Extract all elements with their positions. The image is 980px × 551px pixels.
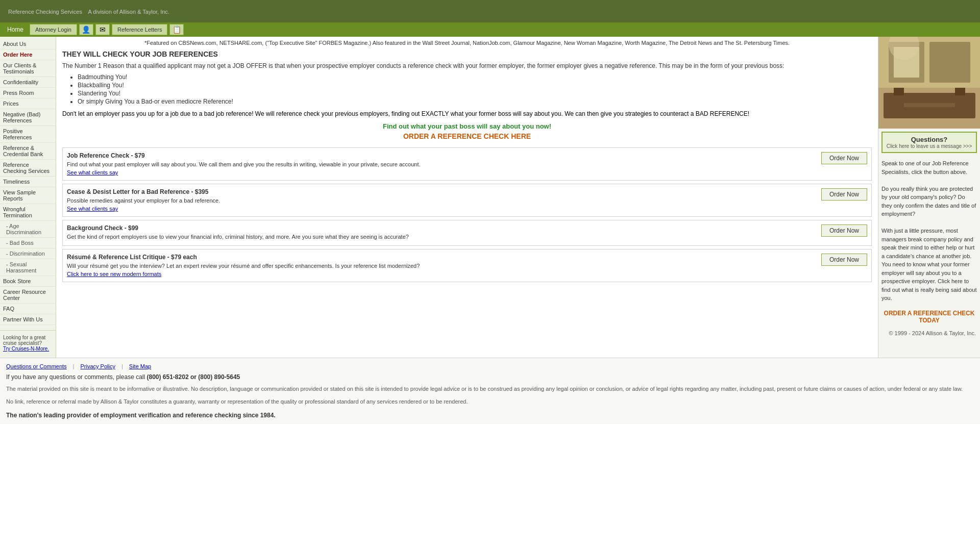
bullet-4: Or simply Giving You a Bad-or even medio… <box>78 98 872 105</box>
svg-rect-4 <box>929 42 970 83</box>
service-info-3: Background Check - $99 Get the kind of r… <box>67 224 811 241</box>
right-sidebar: Questions? Click here to leave us a mess… <box>878 37 980 358</box>
service-title-4: Résumé & Reference List Critique - $79 e… <box>67 254 811 261</box>
cruise-link[interactable]: Try Cruises-N-More. <box>3 346 49 352</box>
right-body-text: Do you really think you are protected by… <box>881 185 977 303</box>
nav-reference-letters[interactable]: Reference Letters <box>112 24 167 35</box>
nav-icon-1[interactable]: 👤 <box>79 24 93 35</box>
nav-icon-3[interactable]: 📋 <box>169 24 184 35</box>
sidebar-item-timeliness[interactable]: Timeliness <box>0 177 56 187</box>
room-illustration <box>878 37 980 129</box>
sidebar-item-order-here[interactable]: Order Here <box>0 49 56 60</box>
sidebar-item-ref-bank[interactable]: Reference & Credential Bank <box>0 143 56 160</box>
footer-link-sitemap[interactable]: Site Map <box>129 363 151 369</box>
order-btn-4[interactable]: Order Now <box>821 254 867 266</box>
order-btn-2[interactable]: Order Now <box>821 188 867 201</box>
sidebar-item-discrimination[interactable]: - Discrimination <box>0 248 56 259</box>
service-link-1[interactable]: See what clients say <box>67 169 118 176</box>
footer-phone: If you have any questions or comments, p… <box>6 373 974 381</box>
right-top-image <box>878 37 980 129</box>
header: Reference Checking Services A division o… <box>0 0 980 22</box>
service-title-3: Background Check - $99 <box>67 224 811 232</box>
footer-disclaimer: The material provided on this site is me… <box>6 385 974 393</box>
sidebar-item-about-us[interactable]: About Us <box>0 39 56 49</box>
footer-link-questions[interactable]: Questions or Comments <box>6 363 67 369</box>
service-desc-1: Find out what your past employer will sa… <box>67 161 811 167</box>
sidebar-item-prices[interactable]: Prices <box>0 98 56 109</box>
footer-link-privacy[interactable]: Privacy Policy <box>80 363 115 369</box>
service-link-2[interactable]: See what clients say <box>67 206 118 212</box>
sidebar-item-press-room[interactable]: Press Room <box>0 88 56 98</box>
bullet-2: Blackballing You! <box>78 82 872 89</box>
bullet-list: Badmouthing You! Blackballing You! Sland… <box>78 73 872 105</box>
nav-bar: Home Attorney Login 👤 ✉ Reference Letter… <box>0 22 980 37</box>
speak-text: Speak to one of our Job Reference Specia… <box>881 159 977 176</box>
service-desc-2: Possible remedies against your employer … <box>67 197 811 204</box>
nav-icon-2[interactable]: ✉ <box>95 24 110 35</box>
right-cta[interactable]: ORDER A REFERENCE CHECK TODAY <box>881 310 977 324</box>
service-info-2: Cease & Desist Letter for a Bad Referenc… <box>67 188 811 212</box>
service-info-4: Résumé & Reference List Critique - $79 e… <box>67 254 811 278</box>
sidebar-item-negative-ref[interactable]: Negative (Bad) References <box>0 109 56 126</box>
service-desc-4: Will your résumé get you the interview? … <box>67 263 811 269</box>
sidebar-item-clients[interactable]: Our Clients & Testimonials <box>0 60 56 77</box>
sidebar-item-wrongful[interactable]: Wrongful Termination <box>0 204 56 221</box>
service-link-4[interactable]: Click here to see new modern formats <box>67 271 161 277</box>
intro-text: The Number 1 Reason that a qualified app… <box>62 62 872 69</box>
footer-phone-number: (800) 651-8202 or (800) 890-5645 <box>147 373 240 381</box>
copyright: © 1999 - 2024 Allison & Taylor, Inc. <box>878 328 980 338</box>
footer-nation: The nation's leading provider of employm… <box>6 412 974 419</box>
sidebar-item-faq[interactable]: FAQ <box>0 304 56 314</box>
featured-text: *Featured on CBSNews.com, NETSHARE.com, … <box>62 40 872 46</box>
sidebar-item-positive-ref[interactable]: Positive References <box>0 126 56 143</box>
sidebar-item-partner[interactable]: Partner With Us <box>0 314 56 325</box>
nav-home[interactable]: Home <box>2 24 29 35</box>
sidebar-item-ref-check[interactable]: Reference Checking Services <box>0 160 56 177</box>
service-title-2: Cease & Desist Letter for a Bad Referenc… <box>67 188 811 195</box>
questions-sub: Click here to leave us a message >>> <box>886 143 973 149</box>
service-title-1: Job Reference Check - $79 <box>67 152 811 159</box>
service-row-2: Cease & Desist Letter for a Bad Referenc… <box>62 184 872 217</box>
nav-attorney-login[interactable]: Attorney Login <box>30 24 77 35</box>
page-heading: THEY WILL CHECK YOUR JOB REFERENCES <box>62 50 872 58</box>
service-row-1: Job Reference Check - $79 Find out what … <box>62 147 872 181</box>
sidebar-item-sexual-harassment[interactable]: - Sexual Harassment <box>0 259 56 276</box>
service-desc-3: Get the kind of report employers use to … <box>67 234 811 240</box>
sidebar-item-career-center[interactable]: Career Resource Center <box>0 287 56 304</box>
questions-title: Questions? <box>886 136 973 143</box>
bullet-1: Badmouthing You! <box>78 73 872 81</box>
cta-orange[interactable]: ORDER A REFERENCE CHECK HERE <box>62 132 872 140</box>
cta-green: Find out what your past boss will say ab… <box>62 122 872 130</box>
footer-links: Questions or Comments | Privacy Policy |… <box>6 363 974 369</box>
main-content: *Featured on CBSNews.com, NETSHARE.com, … <box>56 37 878 358</box>
order-btn-3[interactable]: Order Now <box>821 224 867 237</box>
body-text: Don't let an employer pass you up for a … <box>62 110 872 117</box>
order-btn-1[interactable]: Order Now <box>821 152 867 164</box>
sidebar-cruise: Looking for a great cruise specialist? T… <box>0 330 56 356</box>
svg-rect-7 <box>894 88 904 95</box>
right-speak-text: Speak to one of our Job Reference Specia… <box>878 156 980 306</box>
service-info-1: Job Reference Check - $79 Find out what … <box>67 152 811 176</box>
svg-rect-9 <box>904 103 955 107</box>
questions-box[interactable]: Questions? Click here to leave us a mess… <box>881 132 977 153</box>
sidebar-item-sample-reports[interactable]: View Sample Reports <box>0 187 56 204</box>
sidebar: About Us Order Here Our Clients & Testim… <box>0 37 56 358</box>
footer-nolink: No link, reference or referral made by A… <box>6 397 974 406</box>
service-row-3: Background Check - $99 Get the kind of r… <box>62 220 872 246</box>
footer: Questions or Comments | Privacy Policy |… <box>0 358 980 424</box>
sidebar-item-age-disc[interactable]: - Age Discrimination <box>0 221 56 238</box>
sidebar-item-book-store[interactable]: Book Store <box>0 276 56 287</box>
sidebar-item-confidentiality[interactable]: Confidentiality <box>0 77 56 88</box>
bullet-3: Slandering You! <box>78 90 872 97</box>
site-logo: Reference Checking Services A division o… <box>4 8 169 15</box>
service-row-4: Résumé & Reference List Critique - $79 e… <box>62 249 872 282</box>
svg-rect-8 <box>955 88 965 95</box>
sidebar-item-bad-boss[interactable]: - Bad Boss <box>0 238 56 248</box>
